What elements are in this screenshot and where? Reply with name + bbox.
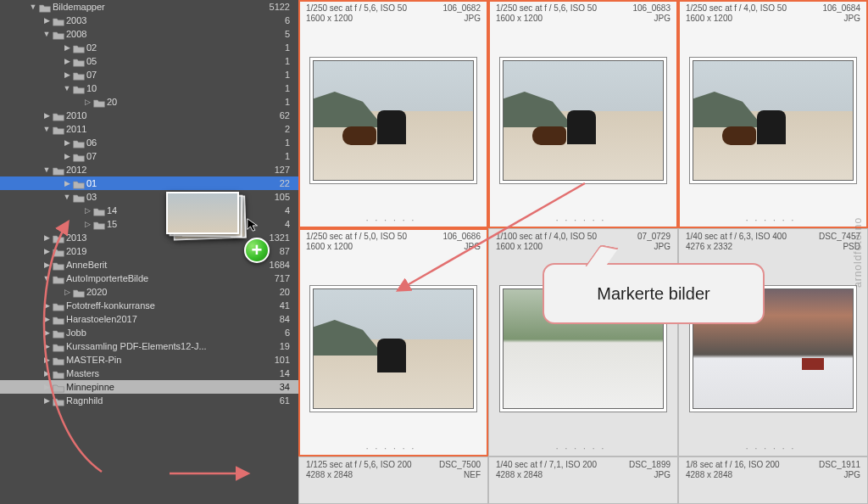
- disclosure-arrow-icon[interactable]: ▶: [63, 176, 71, 190]
- rating-dots[interactable]: ······: [299, 212, 487, 227]
- annotation-callout: Markerte bilder: [542, 263, 765, 324]
- folder-count: 61: [280, 394, 290, 407]
- folder-row-10[interactable]: ▼101: [0, 81, 298, 95]
- disclosure-arrow-icon[interactable]: ▶: [42, 380, 51, 394]
- thumbnail-dimensions: 1600 x 1200: [306, 242, 353, 251]
- thumbnail-image: [503, 60, 664, 181]
- folder-row-06[interactable]: ▶061: [0, 136, 298, 149]
- annotation-callout-text: Markerte bilder: [597, 284, 709, 304]
- thumbnail-grid[interactable]: 1/250 sec at f / 5,6, ISO 50106_06821600…: [298, 0, 868, 504]
- folder-row-kurssamling-pdf-elements12-j-[interactable]: ▶Kurssamling PDF-Elements12-J...19: [0, 339, 298, 353]
- disclosure-arrow-icon[interactable]: ▼: [63, 190, 71, 204]
- rating-dots[interactable]: ······: [489, 440, 677, 456]
- folder-row-ragnhild[interactable]: ▶Ragnhild61: [0, 394, 298, 407]
- thumbnail-exposure: 1/250 sec at f / 4,0, ISO 50: [686, 3, 787, 13]
- disclosure-arrow-icon[interactable]: ▼: [42, 272, 51, 285]
- folder-row-07[interactable]: ▶071: [0, 149, 298, 163]
- drag-preview: +: [166, 192, 249, 243]
- disclosure-arrow-icon[interactable]: ▶: [63, 54, 71, 68]
- folder-label: 05: [86, 54, 285, 68]
- disclosure-arrow-icon[interactable]: ▼: [42, 163, 51, 176]
- folder-row-2012[interactable]: ▼2012127: [0, 163, 298, 176]
- folder-icon: [51, 326, 66, 339]
- disclosure-arrow-icon[interactable]: ▶: [42, 231, 51, 244]
- thumbnail-cell[interactable]: 1/250 sec at f / 4,0, ISO 50106_06841600…: [678, 0, 868, 228]
- thumbnail-format: JPG: [654, 470, 670, 479]
- disclosure-arrow-icon[interactable]: ▷: [83, 204, 92, 217]
- folder-row-01[interactable]: ▶0122: [0, 176, 298, 190]
- folder-row-master-pin[interactable]: ▶MASTER-Pin101: [0, 353, 298, 367]
- disclosure-arrow-icon[interactable]: ▶: [42, 367, 51, 380]
- disclosure-arrow-icon[interactable]: ▶: [42, 14, 51, 27]
- disclosure-arrow-icon[interactable]: ▶: [42, 109, 51, 122]
- rating-dots[interactable]: ······: [679, 212, 867, 227]
- folder-row-20[interactable]: ▷201: [0, 95, 298, 109]
- disclosure-arrow-icon[interactable]: ▼: [42, 27, 51, 41]
- thumbnail-image-wrap[interactable]: [299, 25, 487, 212]
- folder-count: 1321: [270, 231, 290, 244]
- folder-row-05[interactable]: ▶051: [0, 54, 298, 68]
- disclosure-arrow-icon[interactable]: ▶: [42, 339, 51, 353]
- folder-row-2020[interactable]: ▷202020: [0, 285, 298, 299]
- folder-label: MASTER-Pin: [66, 353, 275, 367]
- cursor-icon: [246, 217, 261, 232]
- thumbnail-cell[interactable]: 1/40 sec at f / 7,1, ISO 200DSC_18994288…: [488, 456, 678, 504]
- folder-label: 07: [86, 68, 285, 81]
- disclosure-arrow-icon[interactable]: ▶: [42, 299, 51, 312]
- thumbnail-format: JPG: [654, 242, 670, 251]
- folder-count: 41: [280, 299, 290, 312]
- folder-row-minnepinne[interactable]: ▶Minnepinne34: [0, 380, 298, 394]
- folder-label: Fototreff-konkurranse: [66, 299, 280, 312]
- thumbnail-image-wrap[interactable]: [489, 25, 677, 212]
- disclosure-arrow-icon[interactable]: ▼: [29, 0, 37, 14]
- thumbnail-cell[interactable]: 1/8 sec at f / 16, ISO 200DSC_19114288 x…: [678, 456, 868, 504]
- folder-row-2010[interactable]: ▶201062: [0, 109, 298, 122]
- rating-dots[interactable]: ······: [679, 440, 867, 456]
- folder-row-bildemapper[interactable]: ▼Bildemapper5122: [0, 0, 298, 14]
- disclosure-arrow-icon[interactable]: ▶: [63, 149, 71, 163]
- folder-row-masters[interactable]: ▶Masters14: [0, 367, 298, 380]
- folder-row-2003[interactable]: ▶20036: [0, 14, 298, 27]
- rating-dots[interactable]: ······: [489, 212, 677, 227]
- folder-count: 2: [285, 122, 290, 136]
- disclosure-arrow-icon[interactable]: ▶: [42, 353, 51, 367]
- folder-icon: [51, 353, 66, 367]
- disclosure-arrow-icon[interactable]: ▶: [63, 136, 71, 149]
- disclosure-arrow-icon[interactable]: ▶: [63, 68, 71, 81]
- thumbnail-cell[interactable]: 1/250 sec at f / 5,0, ISO 50106_06861600…: [298, 228, 488, 456]
- folder-icon: [71, 176, 86, 190]
- disclosure-arrow-icon[interactable]: ▶: [42, 258, 51, 272]
- disclosure-arrow-icon[interactable]: ▷: [83, 95, 92, 109]
- folder-row-jobb[interactable]: ▶Jobb6: [0, 326, 298, 339]
- folder-row-14[interactable]: ▷144: [0, 204, 298, 217]
- rating-dots[interactable]: ······: [299, 440, 487, 456]
- disclosure-arrow-icon[interactable]: ▶: [42, 244, 51, 258]
- disclosure-arrow-icon[interactable]: ▶: [42, 394, 51, 407]
- disclosure-arrow-icon[interactable]: ▷: [63, 285, 71, 299]
- folder-icon: [51, 367, 66, 380]
- folder-row-harastoelen2017[interactable]: ▶Harastoelen201784: [0, 312, 298, 326]
- disclosure-arrow-icon[interactable]: ▶: [63, 41, 71, 54]
- thumbnail-cell[interactable]: 1/250 sec at f / 5,6, ISO 50106_06821600…: [298, 0, 488, 228]
- disclosure-arrow-icon[interactable]: ▼: [42, 122, 51, 136]
- thumbnail-image-wrap[interactable]: [299, 253, 487, 440]
- thumbnail-exposure: 1/100 sec at f / 4,0, ISO 50: [496, 232, 597, 241]
- disclosure-arrow-icon[interactable]: ▷: [83, 217, 92, 231]
- thumbnail-image-wrap[interactable]: [679, 25, 867, 212]
- folder-row-2011[interactable]: ▼20112: [0, 122, 298, 136]
- thumbnail-cell[interactable]: 1/250 sec at f / 5,6, ISO 50106_06831600…: [488, 0, 678, 228]
- thumbnail-exposure: 1/250 sec at f / 5,0, ISO 50: [306, 232, 407, 241]
- folder-row-03[interactable]: ▼03105: [0, 190, 298, 204]
- thumbnail-image: [313, 60, 474, 181]
- folder-row-fototreff-konkurranse[interactable]: ▶Fototreff-konkurranse41: [0, 299, 298, 312]
- disclosure-arrow-icon[interactable]: ▶: [42, 326, 51, 339]
- disclosure-arrow-icon[interactable]: ▶: [42, 312, 51, 326]
- folder-row-autoimportertebilde[interactable]: ▼AutoImporterteBilde717: [0, 272, 298, 285]
- folder-row-02[interactable]: ▶021: [0, 41, 298, 54]
- folder-row-07[interactable]: ▶071: [0, 68, 298, 81]
- folder-icon: [51, 163, 66, 176]
- folder-row-2008[interactable]: ▼20085: [0, 27, 298, 41]
- disclosure-arrow-icon[interactable]: ▼: [63, 81, 71, 95]
- folder-icon: [51, 109, 66, 122]
- thumbnail-cell[interactable]: 1/125 sec at f / 5,6, ISO 200DSC_7500428…: [298, 456, 488, 504]
